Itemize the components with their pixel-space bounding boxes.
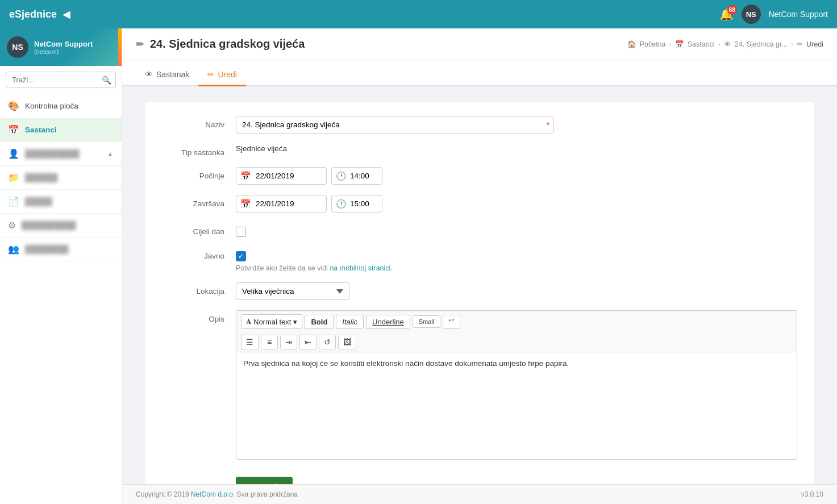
- form-row-naziv: Naziv *: [162, 116, 797, 134]
- sidebar-item-4[interactable]: 📁 ██████: [0, 166, 122, 190]
- app-brand: eSjednice: [9, 9, 57, 20]
- underline-button[interactable]: Underline: [366, 315, 410, 329]
- sidebar-item-7[interactable]: 👥 ████████: [0, 238, 122, 261]
- tab-edit[interactable]: ✏ Uredi: [198, 64, 245, 86]
- sidebar-item-3[interactable]: 👤 ██████████ ▲: [0, 142, 122, 166]
- javno-confirm-link[interactable]: na mobilnoj stranici: [330, 264, 390, 272]
- list-ordered-button[interactable]: ≡: [261, 335, 278, 349]
- editor-toolbar-row1: 𝐀 Normal text ▾ Bold Italic Underline Sm…: [236, 310, 797, 332]
- quote-button[interactable]: “”: [443, 315, 460, 329]
- item4-icon: 📁: [8, 172, 19, 183]
- footer-rights: Sva prava pridržana: [235, 490, 298, 498]
- sidebar-item-5[interactable]: 📄 █████: [0, 190, 122, 214]
- breadcrumb-sep-1: ›: [669, 40, 672, 48]
- footer-copyright-text: Copyright © 2019: [136, 490, 191, 498]
- breadcrumb-sep-2: ›: [718, 40, 721, 48]
- zavrsava-label: Završava: [162, 195, 236, 208]
- sidebar-user-org: (netcom): [34, 48, 93, 55]
- lokacija-label: Lokacija: [162, 282, 236, 295]
- form-row-pocinje: Počinje 📅 🕐: [162, 167, 797, 185]
- javno-checkbox[interactable]: [236, 251, 246, 261]
- sidebar-item-label-dashboard: Kontrolna ploča: [25, 102, 78, 110]
- item7-icon: 👥: [8, 244, 19, 255]
- zavrsava-clock-icon: 🕐: [336, 199, 347, 209]
- form-card: Naziv * Tip sastanka Sjednice vijeća: [145, 102, 814, 484]
- bold-button[interactable]: Bold: [305, 315, 334, 329]
- user-avatar-top[interactable]: NS: [742, 5, 761, 24]
- page-header: ✏ 24. Sjednica gradskog vijeća 🏠 Početna…: [122, 28, 837, 60]
- sidebar-user-name: NetCom Support: [34, 40, 93, 48]
- form-area: Naziv * Tip sastanka Sjednice vijeća: [122, 86, 837, 484]
- top-nav-left: eSjednice ◀: [9, 8, 70, 20]
- tab-meeting-label: Sastanak: [156, 70, 189, 79]
- lokacija-control: Velika viječnica Mala viječnica Konferen…: [236, 282, 797, 300]
- form-row-zavrsava: Završava 📅 🕐: [162, 195, 797, 213]
- opis-control: 𝐀 Normal text ▾ Bold Italic Underline Sm…: [236, 310, 797, 460]
- image-button[interactable]: 🖼: [338, 335, 356, 349]
- sidebar-user-section: NS NetCom Support (netcom): [0, 28, 122, 66]
- sidebar-item-label-7: ████████: [25, 245, 69, 253]
- small-button[interactable]: Small: [413, 315, 441, 328]
- zavrsava-time-wrap: 🕐: [331, 195, 382, 213]
- dashboard-icon: 🎨: [8, 101, 19, 111]
- naziv-input[interactable]: [236, 116, 554, 134]
- lokacija-select[interactable]: Velika viječnica Mala viječnica Konferen…: [236, 282, 349, 300]
- search-icon: 🔍: [102, 76, 111, 85]
- tab-edit-icon: ✏: [207, 70, 214, 79]
- naziv-required-star: *: [547, 120, 549, 130]
- sidebar-item-6[interactable]: ⚙ ██████████: [0, 214, 122, 238]
- search-input[interactable]: [6, 72, 116, 88]
- breadcrumb-sep-3: ›: [791, 40, 793, 48]
- save-button[interactable]: Spremi: [236, 477, 293, 484]
- indent-increase-button[interactable]: ⇥: [280, 335, 297, 349]
- naziv-label: Naziv: [162, 116, 236, 129]
- list-unordered-button[interactable]: ☰: [241, 335, 259, 349]
- breadcrumb-meetings-icon: 📅: [675, 40, 684, 48]
- breadcrumb-session-link[interactable]: 24. Sjednica gr...: [735, 40, 788, 48]
- tab-meeting[interactable]: 👁 Sastanak: [136, 64, 198, 86]
- javno-confirm-period: .: [390, 264, 392, 272]
- notifications-bell[interactable]: 🔔 68: [719, 7, 734, 21]
- meetings-icon: 📅: [8, 124, 19, 135]
- form-row-tip: Tip sastanka Sjednice vijeća: [162, 144, 797, 157]
- opis-editor[interactable]: Prva sjednica na kojoj će se koristiti e…: [236, 352, 797, 460]
- cijeli-dan-checkbox[interactable]: [236, 227, 246, 237]
- form-row-lokacija: Lokacija Velika viječnica Mala viječnica…: [162, 282, 797, 300]
- javno-confirm-text: Potvrdite ako želite da se vidi na mobil…: [236, 264, 797, 272]
- normal-text-label: Normal text: [253, 318, 291, 326]
- content-area: ✏ 24. Sjednica gradskog vijeća 🏠 Početna…: [122, 28, 837, 504]
- sidebar-item-label-4: ██████: [25, 173, 57, 182]
- sidebar-user-avatar: NS: [7, 36, 28, 58]
- javno-confirm-prefix: Potvrdite ako želite da se vidi: [236, 264, 330, 272]
- tab-edit-label: Uredi: [218, 70, 236, 79]
- sidebar-item-dashboard[interactable]: 🎨 Kontrolna ploča: [0, 94, 122, 118]
- italic-button[interactable]: Italic: [336, 315, 364, 329]
- form-row-javno: Javno Potvrdite ako želite da se vidi na…: [162, 247, 797, 272]
- sidebar-item-label-3: ██████████: [25, 149, 80, 158]
- footer: Copyright © 2019 NetCom d.o.o. Sva prava…: [122, 484, 837, 504]
- pocinje-time-wrap: 🕐: [331, 167, 382, 185]
- main-layout: NS NetCom Support (netcom) 🔍 🎨 Kontrolna…: [0, 28, 837, 504]
- javno-label: Javno: [162, 247, 236, 260]
- sidebar-item-label-5: █████: [25, 197, 52, 206]
- breadcrumb-current: Uredi: [806, 40, 823, 48]
- opis-editor-content: Prva sjednica na kojoj će se koristiti e…: [243, 359, 569, 368]
- normal-text-dropdown[interactable]: 𝐀 Normal text ▾: [241, 314, 302, 329]
- pocinje-clock-icon: 🕐: [336, 171, 347, 181]
- item6-icon: ⚙: [8, 220, 16, 231]
- tabs-bar: 👁 Sastanak ✏ Uredi: [122, 60, 837, 86]
- breadcrumb-home-link[interactable]: Početna: [640, 40, 666, 48]
- sidebar-item-meetings[interactable]: 📅 Sastanci: [0, 118, 122, 142]
- undo-button[interactable]: ↺: [319, 335, 336, 349]
- cijeli-dan-checkbox-wrap: [236, 223, 797, 237]
- zavrsava-control: 📅 🕐: [236, 195, 797, 213]
- breadcrumb-meetings-link[interactable]: Sastanci: [688, 40, 715, 48]
- pocinje-calendar-icon: 📅: [240, 171, 251, 181]
- tip-label: Tip sastanka: [162, 144, 236, 157]
- footer-company-link[interactable]: NetCom d.o.o.: [191, 490, 235, 498]
- dropdown-arrow-icon: ▾: [293, 318, 297, 326]
- indent-decrease-button[interactable]: ⇤: [299, 335, 317, 349]
- breadcrumb-session-icon: 👁: [724, 40, 731, 48]
- user-name-top[interactable]: NetCom Support: [769, 10, 828, 19]
- sidebar-toggle-icon[interactable]: ◀: [63, 8, 70, 20]
